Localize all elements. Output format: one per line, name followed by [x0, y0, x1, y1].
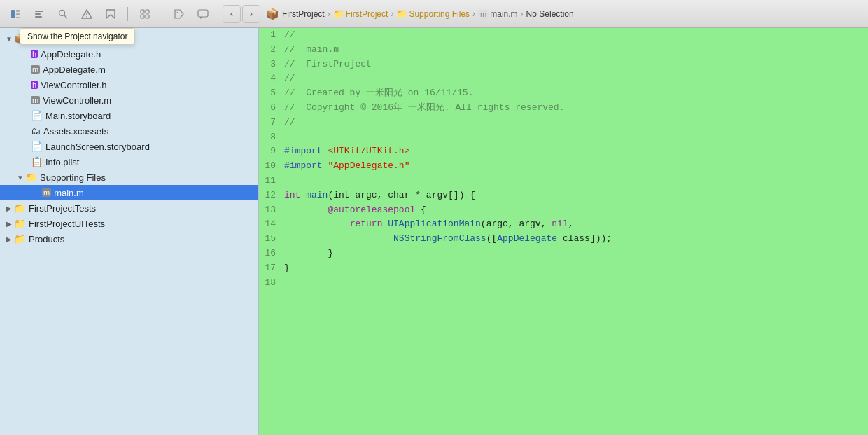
line-content-1: //	[284, 28, 868, 43]
code-line-2: 2 // main.m	[259, 43, 868, 57]
firstprojecttests-label: FirstProjectTests	[29, 203, 96, 214]
line-content-18	[284, 276, 868, 291]
bookmark-button[interactable]	[101, 4, 120, 24]
search-button[interactable]	[53, 4, 73, 24]
products-icon: 📁	[14, 233, 26, 244]
tree-item-viewcontroller-h[interactable]: h ViewController.h	[0, 77, 258, 92]
svg-rect-6	[35, 16, 42, 18]
line-content-7: //	[284, 116, 868, 130]
svg-line-8	[64, 15, 67, 18]
code-line-13: 13 @autoreleasepool {	[259, 203, 868, 218]
tree-item-main-storyboard[interactable]: 📄 Main.storyboard	[0, 108, 258, 123]
forward-button[interactable]: ›	[242, 5, 260, 23]
arrow-products: ▶	[4, 235, 14, 243]
line-num-9: 9	[259, 144, 284, 159]
tag-button[interactable]	[169, 4, 189, 24]
breadcrumb-firstproject-app[interactable]: FirstProject	[282, 9, 325, 19]
tree-item-main-m[interactable]: m main.m	[0, 185, 258, 200]
tree-item-appdelegate-m[interactable]: m AppDelegate.m	[0, 62, 258, 77]
toolbar-left	[6, 4, 213, 24]
code-line-8: 8	[259, 130, 868, 145]
tree-item-assets[interactable]: 🗂 Assets.xcassets	[0, 123, 258, 139]
tree-item-info-plist[interactable]: 📋 Info.plist	[0, 154, 258, 170]
line-content-17: }	[284, 261, 868, 276]
svg-marker-12	[106, 10, 115, 18]
breadcrumb-bar: ‹ › 📦 FirstProject › 📁 FirstProject › 📁 …	[217, 5, 862, 23]
code-line-18: 18	[259, 276, 868, 291]
products-label: Products	[29, 234, 64, 244]
viewcontroller-m-label: ViewController.m	[43, 95, 111, 106]
breadcrumb-firstproject-folder[interactable]: FirstProject	[346, 9, 388, 19]
svg-point-11	[86, 16, 88, 18]
code-line-16: 16 }	[259, 247, 868, 261]
line-num-17: 17	[259, 261, 284, 276]
warning-button[interactable]	[77, 4, 97, 24]
code-line-4: 4 //	[259, 71, 868, 86]
line-num-7: 7	[259, 116, 284, 130]
grid-button[interactable]	[135, 4, 155, 24]
line-content-8	[284, 130, 868, 145]
file-tree: ▼ 📦 FirstProject h AppDelegate.h m AppDe…	[0, 28, 258, 249]
toolbar-separator-1	[127, 7, 128, 21]
line-content-12: int main(int argc, char * argv[]) {	[284, 188, 868, 203]
breadcrumb-no-selection[interactable]: No Selection	[526, 9, 574, 19]
line-content-4: //	[284, 71, 868, 86]
breadcrumb-main-m[interactable]: main.m	[490, 9, 517, 19]
line-content-5: // Created by 一米阳光 on 16/11/15.	[284, 86, 868, 101]
line-num-12: 12	[259, 188, 284, 203]
tree-item-supporting-files[interactable]: ▼ 📁 Supporting Files	[0, 170, 258, 185]
tree-item-appdelegate-h[interactable]: h AppDelegate.h	[0, 46, 258, 62]
svg-rect-16	[146, 15, 149, 18]
info-plist-label: Info.plist	[46, 157, 79, 167]
arrow-firstprojecttests: ▶	[4, 205, 14, 212]
line-num-1: 1	[259, 28, 284, 43]
tree-item-firstprojecttests[interactable]: ▶ 📁 FirstProjectTests	[0, 200, 258, 216]
sidebar: ▼ 📦 FirstProject h AppDelegate.h m AppDe…	[0, 28, 259, 435]
line-num-11: 11	[259, 174, 284, 188]
tree-item-products[interactable]: ▶ 📁 Products	[0, 231, 258, 247]
svg-rect-4	[35, 11, 43, 12]
chat-button[interactable]	[193, 4, 213, 24]
line-content-13: @autoreleasepool {	[284, 203, 868, 218]
m-file-icon-main: m	[42, 188, 51, 197]
line-num-8: 8	[259, 130, 284, 145]
viewcontroller-h-label: ViewController.h	[41, 80, 106, 90]
breadcrumb-folder-icon-2: 📁	[396, 8, 407, 19]
line-num-14: 14	[259, 217, 284, 232]
svg-rect-3	[16, 17, 20, 18]
code-editor[interactable]: 1 // 2 // main.m 3 // FirstProject 4 // …	[259, 28, 868, 435]
back-button[interactable]: ‹	[223, 5, 241, 23]
storyboard-icon-2: 📄	[31, 141, 43, 152]
code-line-10: 10 #import "AppDelegate.h"	[259, 159, 868, 174]
tooltip-text: Show the Project navigator	[27, 32, 127, 41]
line-num-5: 5	[259, 86, 284, 101]
group-icon-2: 📁	[14, 218, 26, 229]
svg-rect-18	[198, 10, 208, 17]
code-line-15: 15 NSStringFromClass([AppDelegate class]…	[259, 232, 868, 247]
code-line-11: 11	[259, 174, 868, 188]
svg-rect-14	[146, 10, 149, 13]
launchscreen-label: LaunchScreen.storyboard	[46, 141, 150, 152]
tree-item-viewcontroller-m[interactable]: m ViewController.m	[0, 92, 258, 108]
storyboard-icon-1: 📄	[31, 110, 43, 121]
tree-item-launchscreen[interactable]: 📄 LaunchScreen.storyboard	[0, 139, 258, 154]
line-content-15: NSStringFromClass([AppDelegate class]));	[284, 232, 868, 247]
code-line-1: 1 //	[259, 28, 868, 43]
breadcrumb-sep-3: ›	[472, 9, 475, 19]
svg-rect-2	[16, 13, 20, 15]
appdelegate-m-label: AppDelegate.m	[43, 64, 106, 75]
breadcrumb-sep-2: ›	[391, 9, 393, 19]
code-line-3: 3 // FirstProject	[259, 57, 868, 72]
line-num-4: 4	[259, 71, 284, 86]
symbol-navigator-button[interactable]	[29, 4, 49, 24]
tree-item-firstprojectuitests[interactable]: ▶ 📁 FirstProjectUITests	[0, 216, 258, 231]
main-storyboard-label: Main.storyboard	[46, 111, 111, 121]
svg-rect-15	[141, 15, 144, 18]
m-file-icon-2: m	[31, 96, 40, 104]
breadcrumb-supporting-files[interactable]: Supporting Files	[409, 9, 470, 19]
svg-rect-0	[11, 10, 15, 18]
toolbar: ‹ › 📦 FirstProject › 📁 FirstProject › 📁 …	[0, 0, 868, 28]
assets-label: Assets.xcassets	[43, 126, 108, 137]
svg-marker-19	[200, 17, 203, 19]
project-navigator-button[interactable]	[6, 4, 25, 24]
